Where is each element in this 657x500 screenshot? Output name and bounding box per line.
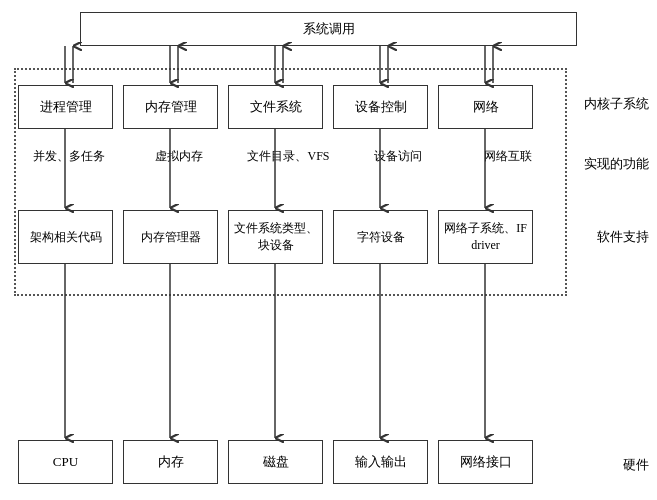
func-process: 并发、多任务 <box>21 148 116 165</box>
software-label: 软件支持 <box>597 228 649 246</box>
syscall-box: 系统调用 <box>80 12 577 46</box>
hw-io: 输入输出 <box>333 440 428 484</box>
hw-memory: 内存 <box>123 440 218 484</box>
functions-row: 并发、多任务 虚拟内存 文件目录、VFS 设备访问 网络互联 <box>14 148 563 165</box>
hardware-row: CPU 内存 磁盘 输入输出 网络接口 <box>18 440 563 484</box>
hw-disk: 磁盘 <box>228 440 323 484</box>
hw-cpu: CPU <box>18 440 113 484</box>
sw-netstack: 网络子系统、IF driver <box>438 210 533 264</box>
subsystem-row: 进程管理 内存管理 文件系统 设备控制 网络 <box>18 85 563 129</box>
func-network: 网络互联 <box>461 148 556 165</box>
box-process: 进程管理 <box>18 85 113 129</box>
box-memory: 内存管理 <box>123 85 218 129</box>
diagram: 系统调用 内核子系统 进程管理 内存管理 文件系统 设备控制 网络 并发、多任务… <box>0 0 657 500</box>
box-filesystem: 文件系统 <box>228 85 323 129</box>
software-row: 架构相关代码 内存管理器 文件系统类型、块设备 字符设备 网络子系统、IF dr… <box>18 210 563 264</box>
sw-arch: 架构相关代码 <box>18 210 113 264</box>
kernel-label: 内核子系统 <box>584 95 649 113</box>
hw-netinterface: 网络接口 <box>438 440 533 484</box>
sw-fstype: 文件系统类型、块设备 <box>228 210 323 264</box>
hardware-label: 硬件 <box>623 456 649 474</box>
func-device: 设备访问 <box>351 148 446 165</box>
syscall-label: 系统调用 <box>303 20 355 38</box>
sw-chardev: 字符设备 <box>333 210 428 264</box>
sw-memmanager: 内存管理器 <box>123 210 218 264</box>
func-memory: 虚拟内存 <box>131 148 226 165</box>
func-fs: 文件目录、VFS <box>241 148 336 165</box>
box-device: 设备控制 <box>333 85 428 129</box>
box-network: 网络 <box>438 85 533 129</box>
functions-label: 实现的功能 <box>584 155 649 173</box>
